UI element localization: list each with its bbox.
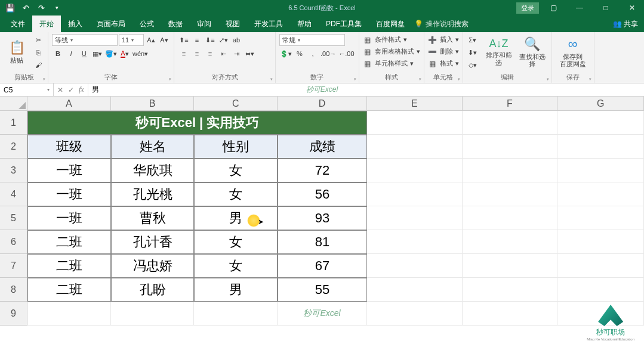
cell[interactable] xyxy=(367,111,463,135)
cell[interactable]: 华欣琪 xyxy=(111,159,195,182)
cell[interactable] xyxy=(463,159,558,182)
tab-data[interactable]: 数据 xyxy=(161,16,190,33)
cell[interactable] xyxy=(557,254,644,278)
cell[interactable] xyxy=(557,111,644,135)
underline-button[interactable]: U xyxy=(78,48,90,60)
cell[interactable]: 72 xyxy=(278,159,367,182)
close-icon[interactable]: ✕ xyxy=(620,0,644,16)
cell[interactable]: 81 xyxy=(278,230,367,254)
tab-view[interactable]: 视图 xyxy=(218,16,247,33)
cell[interactable]: 女 xyxy=(194,254,278,278)
cancel-icon[interactable]: ✕ xyxy=(57,86,63,94)
increase-decimal-icon[interactable]: .00→ xyxy=(320,48,337,60)
align-middle-icon[interactable]: ≡ xyxy=(191,34,203,46)
cell[interactable]: 二班 xyxy=(27,230,111,254)
cell[interactable] xyxy=(557,278,644,302)
comma-icon[interactable]: , xyxy=(307,48,319,60)
tab-formula[interactable]: 公式 xyxy=(133,16,161,33)
cell[interactable]: 67 xyxy=(278,254,367,278)
cell[interactable] xyxy=(27,302,111,326)
header-cell[interactable]: 性别 xyxy=(194,135,278,159)
align-top-icon[interactable]: ⬆≡ xyxy=(178,34,190,46)
share-button[interactable]: 👥 共享 xyxy=(607,17,644,32)
align-center-icon[interactable]: ≡ xyxy=(191,48,203,60)
cell[interactable]: 女 xyxy=(194,159,278,182)
table-format-button[interactable]: ▦套用表格格式 ▾ xyxy=(363,46,420,57)
currency-icon[interactable]: 💲▾ xyxy=(279,48,292,60)
maximize-icon[interactable]: □ xyxy=(594,0,618,16)
cell[interactable] xyxy=(463,111,558,135)
save-baidu-button[interactable]: ∞ 保存到 百度网盘 xyxy=(556,34,590,70)
phonetic-icon[interactable]: wén▾ xyxy=(132,48,149,60)
cell[interactable]: 曹秋 xyxy=(111,206,195,230)
paste-button[interactable]: 📋 粘贴 xyxy=(4,34,30,70)
cell[interactable] xyxy=(557,135,644,159)
col-header[interactable]: C xyxy=(194,97,278,111)
delete-cells-button[interactable]: ➖删除 ▾ xyxy=(428,46,459,57)
cell[interactable]: 男 xyxy=(194,278,278,302)
row-header[interactable]: 5 xyxy=(0,206,27,230)
tab-insert[interactable]: 插入 xyxy=(61,16,90,33)
col-header[interactable]: D xyxy=(278,97,367,111)
font-color-icon[interactable]: A▾ xyxy=(119,48,131,60)
cell[interactable]: 女 xyxy=(194,182,278,206)
cell[interactable]: 一班 xyxy=(27,159,111,182)
cell[interactable]: 二班 xyxy=(27,278,111,302)
border-icon[interactable]: ▦▾ xyxy=(91,48,103,60)
save-icon[interactable]: 💾 xyxy=(4,1,17,14)
col-header[interactable]: G xyxy=(557,97,644,111)
cell[interactable] xyxy=(367,182,463,206)
header-cell[interactable]: 成绩 xyxy=(278,135,367,159)
cell-c5-active[interactable]: 男 ➤ xyxy=(194,206,278,230)
tab-file[interactable]: 文件 xyxy=(4,16,32,33)
col-header[interactable]: A xyxy=(27,97,111,111)
row-header[interactable]: 2 xyxy=(0,135,27,159)
cell[interactable]: 二班 xyxy=(27,254,111,278)
cell[interactable]: 93 xyxy=(278,206,367,230)
percent-icon[interactable]: % xyxy=(294,48,306,60)
tab-review[interactable]: 审阅 xyxy=(190,16,218,33)
cell[interactable] xyxy=(463,254,558,278)
cell[interactable] xyxy=(367,302,463,326)
cell[interactable] xyxy=(367,159,463,182)
cell[interactable] xyxy=(557,230,644,254)
cell[interactable] xyxy=(367,278,463,302)
cell[interactable]: 女 xyxy=(194,230,278,254)
cell[interactable] xyxy=(463,135,558,159)
header-cell[interactable]: 班级 xyxy=(27,135,111,159)
cut-icon[interactable]: ✂ xyxy=(32,34,44,46)
increase-indent-icon[interactable]: ⇥ xyxy=(230,48,242,60)
font-name-combo[interactable]: 等线▾ xyxy=(52,34,118,46)
fill-icon[interactable]: ⬇▾ xyxy=(467,47,479,58)
align-bottom-icon[interactable]: ⬇≡ xyxy=(204,34,216,46)
insert-cells-button[interactable]: ➕插入 ▾ xyxy=(428,34,459,45)
bold-button[interactable]: B xyxy=(52,48,64,60)
row-header[interactable]: 4 xyxy=(0,182,27,206)
cell[interactable]: 孔光桃 xyxy=(111,182,195,206)
row-header[interactable]: 1 xyxy=(0,111,27,135)
merge-icon[interactable]: ⬌▾ xyxy=(244,48,255,60)
tab-baidu[interactable]: 百度网盘 xyxy=(369,16,412,33)
cell[interactable] xyxy=(111,302,195,326)
cell[interactable] xyxy=(463,230,558,254)
ribbon-options-icon[interactable]: ▢ xyxy=(541,0,565,16)
autosum-icon[interactable]: Σ▾ xyxy=(467,34,479,46)
format-painter-icon[interactable]: 🖌 xyxy=(32,59,44,71)
cell[interactable]: 孔计香 xyxy=(111,230,195,254)
redo-icon[interactable]: ↷ xyxy=(35,1,48,14)
cell[interactable] xyxy=(367,135,463,159)
col-header[interactable]: B xyxy=(111,97,195,111)
wrap-text-icon[interactable]: ab xyxy=(230,34,242,46)
cell[interactable]: 55 xyxy=(278,278,367,302)
cell[interactable] xyxy=(367,206,463,230)
minimize-icon[interactable]: — xyxy=(568,0,591,16)
align-right-icon[interactable]: ≡ xyxy=(204,48,216,60)
italic-button[interactable]: I xyxy=(65,48,77,60)
row-header[interactable]: 9 xyxy=(0,302,27,326)
row-header[interactable]: 6 xyxy=(0,230,27,254)
sort-filter-button[interactable]: A↓Z 排序和筛选 xyxy=(483,34,514,70)
copy-icon[interactable]: ⎘ xyxy=(32,47,44,58)
fx-icon[interactable]: fx xyxy=(79,85,84,94)
decrease-decimal-icon[interactable]: ←.00 xyxy=(338,48,355,60)
cell[interactable] xyxy=(463,182,558,206)
